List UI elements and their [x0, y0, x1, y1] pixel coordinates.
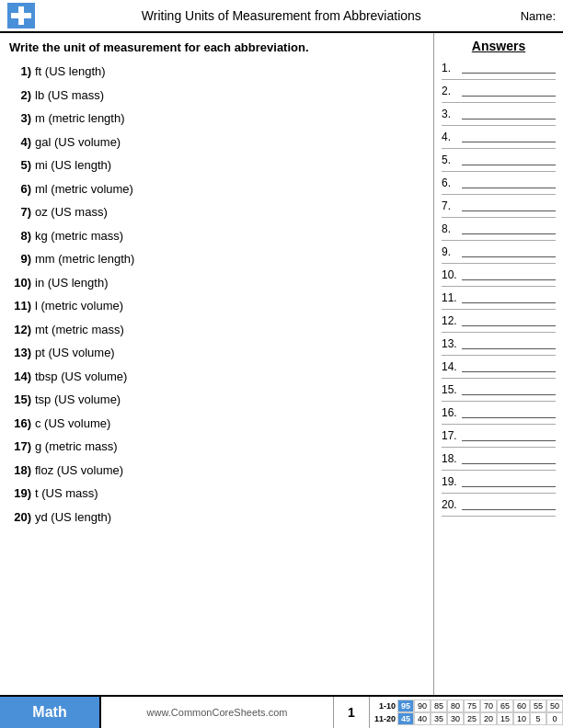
answer-line: [462, 142, 556, 142]
right-panel: Answers 1. 2. 3. 4. 5. 6. 7. 8. 9.: [434, 33, 563, 695]
question-num: 7): [9, 203, 35, 222]
score-cell: 15: [497, 712, 513, 725]
answer-item: 2.: [442, 80, 556, 103]
answer-line: [462, 188, 556, 188]
answer-item: 9.: [442, 241, 556, 264]
answer-item: 19.: [442, 471, 556, 494]
question-num: 12): [9, 321, 35, 339]
question-text: mt (metric mass): [35, 321, 124, 339]
score-cell: 75: [464, 700, 480, 712]
question-item: 19) t (US mass): [9, 482, 424, 506]
answer-line: [462, 96, 556, 97]
answer-num: 19.: [442, 475, 462, 488]
question-num: 19): [9, 484, 35, 503]
answer-line: [462, 210, 556, 211]
score-cell: 50: [546, 700, 563, 712]
question-text: g (metric mass): [35, 438, 118, 456]
question-item: 20) yd (US length): [9, 506, 424, 529]
question-num: 10): [9, 274, 35, 292]
answer-item: 12.: [442, 310, 556, 333]
question-item: 13) pt (US volume): [9, 341, 424, 365]
answers-title: Answers: [442, 39, 556, 53]
answer-item: 17.: [442, 425, 556, 448]
answer-num: 20.: [442, 498, 462, 511]
question-item: 8) kg (metric mass): [9, 224, 424, 248]
footer: Math www.CommonCoreSheets.com 1 1-109590…: [0, 695, 563, 728]
answer-num: 10.: [442, 268, 462, 281]
question-text: c (US volume): [35, 415, 110, 433]
score-cell: 65: [497, 700, 513, 712]
question-text: pt (US volume): [35, 344, 115, 362]
answer-line: [462, 165, 556, 165]
answer-num: 15.: [442, 383, 462, 396]
answer-item: 7.: [442, 195, 556, 218]
answer-item: 18.: [442, 448, 556, 471]
question-item: 17) g (metric mass): [9, 435, 424, 459]
answer-line: [462, 348, 556, 349]
score-row-1: 1-1095908580757065605550: [370, 700, 563, 712]
answer-item: 10.: [442, 264, 556, 287]
score-cell: 85: [431, 700, 447, 712]
question-text: l (metric volume): [35, 297, 123, 315]
page-title: Writing Units of Measurement from Abbrev…: [42, 8, 521, 23]
logo-icon: [7, 3, 35, 28]
answer-item: 6.: [442, 172, 556, 195]
answer-item: 5.: [442, 149, 556, 172]
score-cell: 25: [464, 712, 480, 725]
question-num: 6): [9, 180, 35, 199]
score-cell: 60: [513, 700, 530, 712]
question-text: oz (US mass): [35, 203, 108, 222]
answer-line: [462, 440, 556, 441]
question-item: 18) floz (US volume): [9, 459, 424, 483]
question-num: 18): [9, 461, 35, 480]
score-cell: 45: [397, 712, 414, 725]
answer-item: 8.: [442, 218, 556, 241]
header: Writing Units of Measurement from Abbrev…: [0, 0, 563, 33]
name-label: Name:: [521, 9, 556, 23]
score-cell: 90: [414, 700, 431, 712]
answer-num: 11.: [442, 291, 462, 304]
question-text: mm (metric length): [35, 250, 134, 268]
score-cell: 0: [546, 712, 563, 725]
answer-num: 14.: [442, 360, 462, 373]
score-cell: 55: [530, 700, 546, 712]
score-cell: 10: [513, 712, 530, 725]
question-item: 3) m (metric length): [9, 107, 424, 131]
score-cell: 30: [447, 712, 464, 725]
question-text: yd (US length): [35, 508, 111, 527]
question-num: 8): [9, 227, 35, 245]
answer-item: 4.: [442, 126, 556, 149]
answer-item: 1.: [442, 57, 556, 80]
question-item: 5) mi (US length): [9, 154, 424, 177]
answer-num: 12.: [442, 314, 462, 327]
answer-item: 13.: [442, 333, 556, 356]
answer-item: 16.: [442, 402, 556, 425]
score-cell: 5: [530, 712, 546, 725]
answer-line: [462, 463, 556, 464]
score-cell: 70: [480, 700, 497, 712]
question-num: 5): [9, 156, 35, 175]
answer-num: 17.: [442, 429, 462, 442]
question-num: 13): [9, 344, 35, 362]
question-text: kg (metric mass): [35, 227, 123, 245]
question-item: 2) lb (US mass): [9, 84, 424, 108]
answer-num: 8.: [442, 222, 462, 235]
score-table: 1-109590858075706560555011-2045403530252…: [370, 697, 563, 728]
answer-num: 6.: [442, 176, 462, 189]
answer-num: 3.: [442, 108, 462, 120]
answer-num: 18.: [442, 452, 462, 465]
answer-num: 2.: [442, 85, 462, 97]
question-text: m (metric length): [35, 109, 125, 128]
answer-item: 14.: [442, 356, 556, 379]
question-num: 14): [9, 368, 35, 386]
answer-line: [462, 417, 556, 418]
question-num: 20): [9, 508, 35, 527]
answer-line: [462, 486, 556, 487]
question-num: 11): [9, 297, 35, 315]
question-text: tsp (US volume): [35, 391, 121, 409]
main-content: Write the unit of measurement for each a…: [0, 33, 563, 695]
answer-num: 7.: [442, 199, 462, 212]
question-item: 15) tsp (US volume): [9, 388, 424, 412]
answer-item: 20.: [442, 494, 556, 517]
score-cell: 80: [447, 700, 464, 712]
